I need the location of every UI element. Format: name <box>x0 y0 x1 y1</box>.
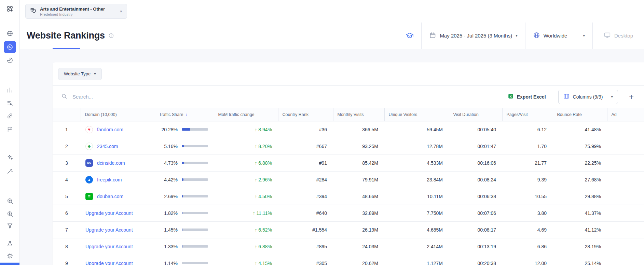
mom-change-value: ↑ 6.88% <box>255 160 272 166</box>
rank-cell: 6 <box>53 205 81 221</box>
gear-icon[interactable] <box>4 250 16 262</box>
export-excel-button[interactable]: X Export Excel <box>506 93 548 101</box>
traffic-share-value: 1.14% <box>155 261 178 265</box>
columns-selector[interactable]: Columns (9/9) ▾ <box>558 90 618 104</box>
sparkles-icon[interactable] <box>4 151 16 163</box>
domain-cell-inner: Upgrade your Account <box>85 210 154 216</box>
mom-change-cell: ↑ 4.50% <box>214 188 278 205</box>
upgrade-account-link[interactable]: Upgrade your Account <box>85 227 133 233</box>
domain-cell-inner: Upgrade your Account <box>85 261 154 265</box>
industry-subtitle: Predefined Industry <box>40 12 105 16</box>
flag-icon[interactable] <box>4 123 16 135</box>
traffic-share-cell: 4.73% <box>155 154 214 171</box>
column-header-bounce-rate[interactable]: Bounce Rate <box>553 108 607 121</box>
mom-change-value: ↑ 4.15% <box>255 261 272 265</box>
upgrade-account-link[interactable]: Upgrade your Account <box>85 210 133 216</box>
globe-icon[interactable] <box>4 27 16 40</box>
column-header-traffic-share[interactable]: Traffic Share↓ <box>155 108 214 121</box>
add-column-button[interactable]: + <box>627 92 636 101</box>
device-selector: Desktop <box>592 23 644 49</box>
monthly-visits-cell: 26.19M <box>333 221 384 238</box>
learning-icon[interactable] <box>406 23 421 49</box>
domain-cell-inner: ▴freepik.com <box>85 176 154 183</box>
country-rank-cell: #91 <box>278 154 333 171</box>
export-excel-label: Export Excel <box>517 94 546 100</box>
mom-change-value: ↑ 11.11% <box>253 210 272 216</box>
bar-chart-icon[interactable] <box>4 84 16 96</box>
zoom-in-icon[interactable] <box>4 195 16 207</box>
info-icon[interactable] <box>108 33 114 39</box>
traffic-share-value: 2.69% <box>155 194 178 199</box>
column-header-domain-10-000[interactable]: Domain (10,000) <box>81 108 155 121</box>
column-header-monthly-visits[interactable]: Monthly Visits <box>333 108 384 121</box>
industry-analysis-icon[interactable] <box>4 41 16 53</box>
rankings-table-wrap: Domain (10,000)Traffic Share↓MoM traffic… <box>53 108 644 265</box>
industry-selector[interactable]: Arts and Entertainment - Other Predefine… <box>25 4 127 19</box>
traffic-share-bar-fill <box>182 229 182 231</box>
column-header-ad[interactable]: Ad <box>607 108 644 121</box>
column-header-pages-visit[interactable]: Pages/Visit <box>502 108 553 121</box>
link-icon[interactable] <box>4 110 16 122</box>
site-favicon: ▴ <box>85 176 93 183</box>
funnel-icon[interactable] <box>4 220 16 232</box>
upgrade-account-link[interactable]: Upgrade your Account <box>85 244 133 249</box>
upgrade-account-link[interactable]: Upgrade your Account <box>85 261 133 265</box>
monthly-visits-cell: 20.62M <box>333 255 384 265</box>
column-header-label: Ad <box>612 112 617 117</box>
domain-link[interactable]: freepik.com <box>97 177 122 182</box>
column-header-label: Domain (10,000) <box>85 112 117 117</box>
unique-visitors-cell: 7.750M <box>384 205 449 221</box>
traffic-share-value: 4.42% <box>155 177 178 182</box>
domain-link[interactable]: fandom.com <box>97 127 123 132</box>
monthly-visits-cell: 79.91M <box>333 171 384 188</box>
table-row: 2♣2345.com5.16%↑ 8.20%#66793.25M12.78M00… <box>53 138 644 154</box>
page-title: Website Rankings <box>27 30 105 41</box>
column-header-visit-duration[interactable]: Visit Duration <box>449 108 502 121</box>
geo-selector[interactable]: Worldwide ▾ <box>525 23 592 49</box>
traffic-share-bar-fill <box>182 195 183 197</box>
search-dollar-icon[interactable] <box>4 208 16 220</box>
traffic-share-bar <box>182 178 208 181</box>
traffic-share-inner: 20.28% <box>155 127 214 132</box>
pie-chart-icon[interactable] <box>4 54 16 67</box>
mom-change-value: ↑ 6.88% <box>255 244 272 249</box>
date-range-selector[interactable]: May 2025 - Jul 2025 (3 Months) ▾ <box>421 23 525 49</box>
column-header-mom-traffic-change[interactable]: MoM traffic change <box>214 108 278 121</box>
traffic-share-value: 1.82% <box>155 210 178 216</box>
domain-link[interactable]: 2345.com <box>97 144 118 149</box>
traffic-share-bar-fill <box>182 262 182 264</box>
monthly-visits-cell: 366.5M <box>333 121 384 138</box>
mom-change-cell: ↑ 8.20% <box>214 138 278 154</box>
unique-visitors-cell: 1.127M <box>384 255 449 265</box>
domain-link[interactable]: dcinside.com <box>97 160 125 166</box>
traffic-share-value: 20.28% <box>155 127 178 132</box>
domain-link[interactable]: douban.com <box>97 194 123 199</box>
traffic-share-bar <box>182 145 208 147</box>
filter-row: Website Type ▾ <box>53 62 644 86</box>
visit-duration-cell: 00:08:17 <box>449 221 502 238</box>
search-input[interactable] <box>72 93 506 100</box>
column-header-unique-visitors[interactable]: Unique Visitors <box>384 108 449 121</box>
website-type-filter[interactable]: Website Type ▾ <box>58 68 102 80</box>
domain-cell-inner: Upgrade your Account <box>85 244 154 249</box>
rankings-table: Domain (10,000)Traffic Share↓MoM traffic… <box>53 108 644 265</box>
ranking-list-icon[interactable] <box>4 97 16 109</box>
wand-icon[interactable] <box>4 165 16 177</box>
site-favicon: DC <box>85 159 93 167</box>
pages-per-visit-cell: 12.00 <box>502 255 553 265</box>
flask-icon[interactable] <box>4 237 16 250</box>
date-range-value: May 2025 - Jul 2025 (3 Months) <box>440 33 512 39</box>
column-header-label: Bounce Rate <box>557 112 582 117</box>
svg-text:X: X <box>510 94 512 98</box>
globe-icon <box>533 32 540 40</box>
modules-icon[interactable] <box>4 3 16 15</box>
domain-cell-inner: Upgrade your Account <box>85 227 154 233</box>
column-header-country-rank[interactable]: Country Rank <box>278 108 333 121</box>
columns-label: Columns (9/9) <box>573 94 603 100</box>
sort-descending-icon[interactable]: ↓ <box>185 112 188 117</box>
visit-duration-cell: 00:08:24 <box>449 171 502 188</box>
table-row: 3DCdcinside.com4.73%↑ 6.88%#9185.42M4.53… <box>53 154 644 171</box>
rank-cell: 3 <box>53 154 81 171</box>
table-row: 5≡douban.com2.69%↑ 4.50%#39448.66M10.11M… <box>53 188 644 205</box>
column-header-label: Country Rank <box>283 112 309 117</box>
